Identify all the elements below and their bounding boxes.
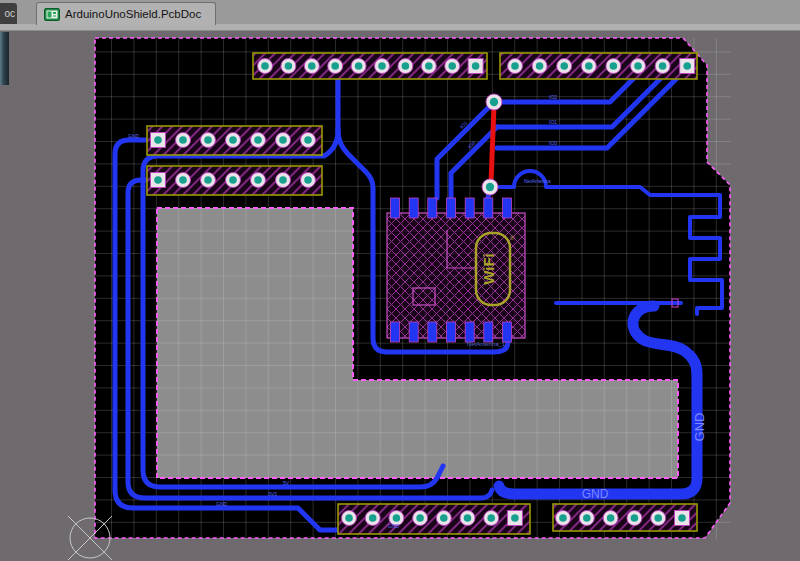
- trace-red-top-layer[interactable]: [491, 106, 494, 183]
- pad-hole: [304, 176, 312, 184]
- document-tab-bar: oc ArduinoUnoShield.PcbDoc: [0, 0, 800, 30]
- pad-hole: [204, 176, 212, 184]
- pad-hole: [402, 62, 410, 70]
- component-pad[interactable]: [391, 198, 400, 218]
- pad-hole: [464, 514, 472, 522]
- pcb-drawing: WiFi ® NetAntenna_1 GND GND IO2 IO1 IO0 …: [0, 30, 800, 561]
- pad-hole: [536, 62, 544, 70]
- pad-hole: [631, 514, 639, 522]
- pad-hole: [204, 136, 212, 144]
- net-label-netantenna: NetAntenna: [524, 178, 551, 184]
- pad-hole: [229, 176, 237, 184]
- pcb-editor-canvas[interactable]: WiFi ® NetAntenna_1 GND GND IO2 IO1 IO0 …: [0, 30, 800, 561]
- pad-hole: [154, 176, 162, 184]
- pad-hole: [583, 514, 591, 522]
- document-tab-active[interactable]: ArduinoUnoShield.PcbDoc: [36, 2, 216, 25]
- pad-hole: [416, 514, 424, 522]
- left-header-lower[interactable]: [147, 166, 322, 195]
- component-pad[interactable]: [503, 322, 512, 342]
- component-pad[interactable]: [447, 322, 456, 342]
- tab-title: ArduinoUnoShield.PcbDoc: [65, 8, 201, 20]
- registered-mark: ®: [510, 235, 515, 241]
- net-label-gnd-horizontal: GND: [582, 487, 609, 501]
- top-left-header[interactable]: [253, 53, 487, 79]
- pad-hole: [179, 136, 187, 144]
- pad-hole: [683, 62, 691, 70]
- net-label-io2: IO2: [549, 94, 557, 100]
- pad-hole: [369, 514, 377, 522]
- component-pad[interactable]: [465, 322, 474, 342]
- net-label-gnd-left: GND: [128, 133, 140, 139]
- pad-hole: [331, 62, 339, 70]
- pad-hole: [229, 136, 237, 144]
- wifi-logo-text: WiFi: [480, 253, 497, 285]
- component-pad[interactable]: [447, 198, 456, 218]
- net-label-io1: IO1: [549, 119, 557, 125]
- net-label-gnd-vertical: GND: [692, 413, 707, 442]
- pad-hole: [279, 176, 287, 184]
- net-label-gnd-bundle: GND: [216, 501, 228, 507]
- component-pad[interactable]: [484, 198, 493, 218]
- pad-hole: [448, 62, 456, 70]
- net-label-io0: IO0: [549, 140, 557, 146]
- component-wifi-module[interactable]: WiFi ® NetAntenna_1: [387, 198, 525, 347]
- pad-hole: [425, 62, 433, 70]
- pad-hole: [261, 62, 269, 70]
- pad-hole: [559, 514, 567, 522]
- left-header-upper[interactable]: [147, 126, 322, 155]
- document-tab-partial[interactable]: oc: [0, 3, 17, 24]
- pad-hole: [585, 62, 593, 70]
- pad-hole: [634, 62, 642, 70]
- pad-hole: [560, 62, 568, 70]
- pad-hole: [304, 136, 312, 144]
- pad-hole: [285, 62, 293, 70]
- component-pad[interactable]: [503, 198, 512, 218]
- component-pad[interactable]: [428, 198, 437, 218]
- via[interactable]: [486, 94, 502, 110]
- net-label-gnd-under-header: GND: [388, 523, 400, 529]
- top-right-header[interactable]: [500, 53, 697, 79]
- pad-hole: [678, 514, 686, 522]
- pad-hole: [440, 514, 448, 522]
- net-label-5v: 5V: [283, 480, 290, 486]
- pad-hole: [378, 62, 386, 70]
- via[interactable]: [482, 179, 498, 195]
- pad-hole: [279, 136, 287, 144]
- net-label-3v3: 3V3: [268, 491, 277, 497]
- component-designator: NetAntenna_1: [467, 341, 506, 347]
- component-pad[interactable]: [391, 322, 400, 342]
- component-pad[interactable]: [409, 322, 418, 342]
- pad-hole: [345, 514, 353, 522]
- pad-hole: [511, 514, 519, 522]
- pad-hole: [607, 514, 615, 522]
- pad-hole: [254, 136, 262, 144]
- component-pad[interactable]: [409, 198, 418, 218]
- pad-hole: [659, 62, 667, 70]
- pad-hole: [487, 514, 495, 522]
- component-pad[interactable]: [428, 322, 437, 342]
- component-body[interactable]: [387, 213, 525, 338]
- pad-hole: [308, 62, 316, 70]
- pcb-document-icon: [44, 8, 60, 21]
- bottom-left-header[interactable]: [338, 504, 530, 534]
- pad-hole: [154, 136, 162, 144]
- pad-hole: [254, 176, 262, 184]
- pad-hole: [355, 62, 363, 70]
- pad-hole: [179, 176, 187, 184]
- component-pad[interactable]: [484, 322, 493, 342]
- pad-hole: [472, 62, 480, 70]
- component-pad[interactable]: [465, 198, 474, 218]
- bottom-right-header[interactable]: [553, 504, 697, 531]
- pad-hole: [654, 514, 662, 522]
- pad-hole: [610, 62, 618, 70]
- pad-hole: [393, 514, 401, 522]
- pad-hole: [511, 62, 519, 70]
